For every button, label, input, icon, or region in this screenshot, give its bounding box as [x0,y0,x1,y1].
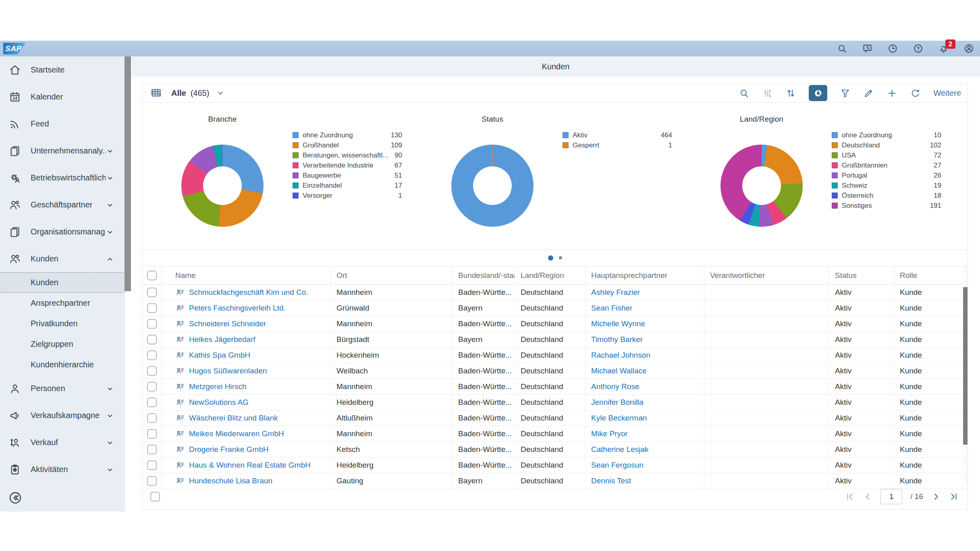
table-row[interactable]: Drogerie Franke GmbHKetschBaden-Württe..… [142,442,968,458]
sidebar-subitem-zielgruppen[interactable]: Zielgruppen [0,334,125,354]
next-page-button[interactable] [931,492,941,501]
table-row[interactable]: Schneiderei SchneiderMannheimBaden-Württ… [142,316,968,332]
table-scrollbar[interactable] [963,266,968,484]
legend-item[interactable]: Baugewerbe51 [293,170,402,180]
legend-item[interactable]: Großhandel109 [293,140,402,150]
legend-item[interactable]: ohne Zuordnung10 [832,130,941,140]
last-page-button[interactable] [949,492,959,501]
sort-icon[interactable] [785,88,796,99]
legend-item[interactable]: Aktiv464 [563,130,672,140]
table-row[interactable]: Kathis Spa GmbHHockenheimBaden-Württe...… [142,348,968,363]
customer-link[interactable]: Schmuckfachgeschäft Kim und Co. [189,288,308,297]
view-selector[interactable]: Alle (465) [149,87,225,99]
contact-link[interactable]: Anthony Rose [591,382,639,391]
donut-chart[interactable] [181,145,264,227]
legend-item[interactable]: Einzelhandel17 [293,180,402,191]
sidebar-subitem-kunden[interactable]: Kunden [0,272,125,293]
customer-link[interactable]: Wäscherei Blitz und Blank [189,414,278,423]
column-header-bundesland-staat[interactable]: Bundesland/-staat [453,266,515,284]
contact-link[interactable]: Michelle Wynne [591,319,645,328]
table-row[interactable]: Metzgerei HirschMannheimBaden-Württe...D… [142,379,968,395]
sidebar-item-aktivit-ten[interactable]: Aktivitäten [0,456,125,483]
row-checkbox[interactable] [147,335,157,344]
personalize-icon[interactable] [762,88,773,99]
sidebar-scrollbar[interactable] [125,56,131,291]
contact-link[interactable]: Ashley Frazier [591,288,640,297]
sidebar-item-verkaufskampagne[interactable]: Verkaufskampagne [0,402,125,429]
carousel-dot[interactable] [548,255,553,261]
chart-view-button[interactable] [809,85,827,101]
row-checkbox[interactable] [147,413,157,423]
customer-link[interactable]: Drogerie Franke GmbH [189,445,268,454]
sidebar-subitem-privatkunden[interactable]: Privatkunden [0,313,125,334]
legend-item[interactable]: USA72 [832,150,941,160]
more-button[interactable]: Weitere [933,89,961,98]
table-row[interactable]: Hugos SüßwarenladenWeilbachBaden-Württe.… [142,363,968,379]
row-checkbox[interactable] [147,288,157,297]
customer-link[interactable]: Heikes Jägerbedarf [189,335,255,344]
table-scrollbar-thumb[interactable] [963,287,968,445]
sidebar-item-organisationsmanag[interactable]: Organisationsmanag... [0,218,125,245]
legend-item[interactable]: ohne Zuordnung130 [293,130,402,140]
column-header-name[interactable]: Name [162,266,331,284]
sidebar-item-startseite[interactable]: Startseite [0,56,125,83]
table-row[interactable]: Haus & Wohnen Real Estate GmbHHeidelberg… [142,458,968,473]
sidebar-item-unternehmensanaly[interactable]: Unternehmensanaly... [0,137,125,164]
legend-item[interactable]: Großbritannien27 [832,160,941,170]
account-icon[interactable] [963,43,974,54]
sidebar-subitem-kundenhierarchie[interactable]: Kundenhierarchie [0,354,125,375]
row-checkbox[interactable] [147,366,157,376]
donut-chart[interactable] [720,145,803,227]
row-checkbox[interactable] [147,398,157,407]
contact-link[interactable]: Michael Wallace [591,367,647,375]
legend-item[interactable]: Deutschland102 [832,140,941,150]
contact-link[interactable]: Sean Fergosun [591,461,644,470]
notifications-icon[interactable]: 2 [938,43,949,54]
contact-link[interactable]: Mike Pryor [591,429,628,438]
contact-link[interactable]: Kyle Beckerman [591,414,647,423]
column-header-land-region[interactable]: Land/Region [515,266,586,284]
sidebar-collapse-button[interactable] [8,491,23,505]
contact-link[interactable]: Catherine Lesjak [591,445,649,454]
table-row[interactable]: NewSolutions AGHeidelbergBaden-Württe...… [142,395,968,410]
column-header-rolle[interactable]: Rolle [894,266,963,284]
contact-link[interactable]: Rachael Johnson [591,351,650,360]
page-input[interactable] [880,489,902,504]
previous-page-button[interactable] [863,492,872,501]
row-checkbox[interactable] [147,382,157,392]
customer-link[interactable]: Metzgerei Hirsch [189,382,247,391]
customer-link[interactable]: Haus & Wohnen Real Estate GmbH [189,461,311,470]
table-row[interactable]: Meikes Miederwaren GmbHMannheimBaden-Wür… [142,426,968,442]
legend-item[interactable]: Verarbeitende Industrie67 [293,160,402,170]
row-checkbox[interactable] [147,429,157,439]
search-icon[interactable] [837,43,847,54]
column-header-ort[interactable]: Ort [331,266,453,284]
customer-link[interactable]: Peters Faschingsverleih Ltd. [189,304,286,313]
sidebar-item-kalender[interactable]: 14Kalender [0,83,125,110]
contact-link[interactable]: Timothy Barker [591,335,643,344]
add-icon[interactable] [887,88,897,99]
customer-link[interactable]: Meikes Miederwaren GmbH [189,429,284,438]
table-row[interactable]: Schmuckfachgeschäft Kim und Co.MannheimB… [142,285,968,300]
row-checkbox[interactable] [147,460,157,470]
contact-link[interactable]: Jennifer Bonilla [591,398,644,407]
sidebar-subitem-ansprechpartner[interactable]: Ansprechpartner [0,293,125,313]
column-header-hauptansprechpartner[interactable]: Hauptansprechpartner [586,266,704,284]
legend-item[interactable]: Österreich18 [832,191,941,201]
row-checkbox[interactable] [147,350,157,360]
sap-logo[interactable]: SAP [3,43,26,54]
sidebar-item-personen[interactable]: Personen [0,375,125,402]
row-checkbox[interactable] [150,492,160,501]
table-row[interactable]: Wäscherei Blitz und BlankAltlußheimBaden… [142,410,968,426]
select-all-checkbox[interactable] [147,271,157,280]
sidebar-item-betriebswirtschaftlich[interactable]: Betriebswirtschaftlich... [0,164,125,191]
legend-item[interactable]: Sonstiges191 [832,201,941,211]
feedback-icon[interactable] [862,43,873,54]
donut-chart[interactable] [451,145,534,227]
legend-item[interactable]: Portugal26 [832,170,941,180]
column-header-status[interactable]: Status [829,266,894,284]
legend-item[interactable]: Gesperrt1 [563,140,672,150]
customer-link[interactable]: Kathis Spa GmbH [189,351,250,360]
row-checkbox[interactable] [147,319,157,329]
carousel-dot[interactable] [559,256,562,259]
